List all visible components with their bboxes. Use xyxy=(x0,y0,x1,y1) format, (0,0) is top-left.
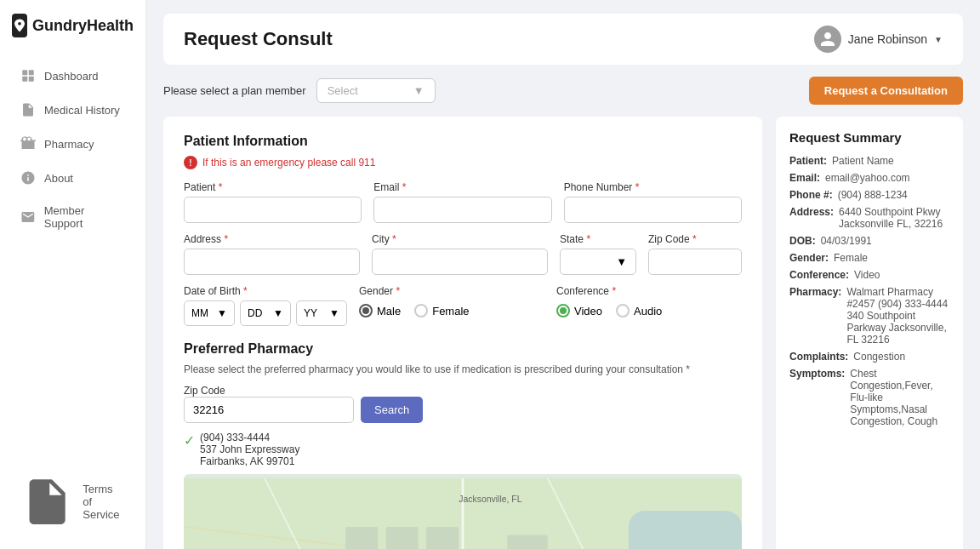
gender-male-option[interactable]: Male xyxy=(359,304,401,317)
summary-conference: Conference: Video xyxy=(789,269,949,281)
svg-rect-0 xyxy=(22,70,27,75)
pharmacy-map: Jacksonville, FL Neptune Beach, FL 32266 xyxy=(184,474,742,549)
summary-symptoms-val: Chest Congestion,Fever, Flu-like Symptom… xyxy=(850,368,949,427)
dob-yy-select[interactable]: YY▼ xyxy=(296,300,347,326)
dob-label: Date of Birth * xyxy=(184,285,347,297)
zip-input[interactable] xyxy=(648,249,742,275)
pharmacy-zip-label: Zip Code xyxy=(184,385,225,397)
address-input[interactable] xyxy=(184,249,360,275)
summary-pharmacy-val: Walmart Pharmacy #2457 (904) 333-4444 34… xyxy=(846,286,949,346)
dob-dd-select[interactable]: DD▼ xyxy=(240,300,291,326)
summary-patient-key: Patient: xyxy=(789,155,827,167)
user-menu[interactable]: Jane Robinson ▼ xyxy=(814,26,943,53)
pharmacy-zip-input[interactable] xyxy=(184,397,354,423)
summary-complaints-key: Complaints: xyxy=(789,351,848,363)
zip-code-label: Zip Code * xyxy=(648,233,742,245)
conference-radio-group: Video Audio xyxy=(556,304,742,317)
app-logo: GundryHealth xyxy=(12,14,134,37)
sidebar-item-member-support[interactable]: Member Support xyxy=(7,196,139,238)
form-row-2: Address * City * State * ▼ Zip Code * xyxy=(184,233,742,275)
sidebar-item-about[interactable]: About xyxy=(7,162,139,194)
sidebar-item-medical-history[interactable]: Medical History xyxy=(7,94,139,126)
summary-complaints-val: Congestion xyxy=(853,351,905,363)
avatar xyxy=(814,26,841,53)
email-field-group: Email * xyxy=(373,181,551,223)
svg-rect-10 xyxy=(629,511,742,549)
state-select[interactable]: ▼ xyxy=(560,249,636,275)
sidebar-item-dashboard[interactable]: Dashboard xyxy=(7,60,139,92)
summary-pharmacy: Pharmacy: Walmart Pharmacy #2457 (904) 3… xyxy=(789,286,949,346)
dob-mm-select[interactable]: MM▼ xyxy=(184,300,235,326)
svg-rect-13 xyxy=(426,527,459,549)
conference-video-radio[interactable] xyxy=(556,304,570,317)
email-label: Email * xyxy=(373,181,551,193)
summary-phone-val: (904) 888-1234 xyxy=(838,189,908,201)
conference-audio-radio[interactable] xyxy=(616,304,630,317)
emergency-notice: ! If this is an emergency please call 91… xyxy=(184,156,742,169)
svg-rect-16 xyxy=(507,535,548,549)
logo-area: GundryHealth xyxy=(0,0,145,54)
sidebar: GundryHealth Dashboard Medical History P… xyxy=(0,0,146,549)
content-row: Patient Information ! If this is an emer… xyxy=(163,117,963,549)
summary-conference-val: Video xyxy=(854,269,880,281)
summary-dob-key: DOB: xyxy=(789,235,816,247)
summary-conference-key: Conference: xyxy=(789,269,849,281)
plan-select-chevron: ▼ xyxy=(413,84,424,97)
plan-select-dropdown[interactable]: Select ▼ xyxy=(316,78,436,103)
conference-audio-option[interactable]: Audio xyxy=(616,304,662,317)
conference-label: Conference * xyxy=(556,285,742,297)
pharmacy-zip-row: Search xyxy=(184,397,742,423)
summary-email-val: email@yahoo.com xyxy=(825,172,910,184)
form-row-1: Patient * Email * Phone Number * xyxy=(184,181,742,223)
summary-email: Email: email@yahoo.com xyxy=(789,172,949,184)
summary-title: Request Summary xyxy=(789,130,949,145)
address-label: Address * xyxy=(184,233,360,245)
summary-address: Address: 6440 Southpoint Pkwy Jacksonvil… xyxy=(789,206,949,230)
summary-patient: Patient: Patient Name xyxy=(789,155,949,167)
conference-video-option[interactable]: Video xyxy=(556,304,602,317)
patient-input[interactable] xyxy=(184,197,362,223)
svg-rect-3 xyxy=(29,77,34,82)
summary-symptoms: Symptoms: Chest Congestion,Fever, Flu-li… xyxy=(789,368,949,427)
sidebar-item-pharmacy[interactable]: Pharmacy xyxy=(7,128,139,160)
city-label: City * xyxy=(372,233,548,245)
pharmacy-result: ✓ (904) 333-4444 537 John Expressway Fai… xyxy=(184,432,742,467)
dob-row: MM▼ DD▼ YY▼ xyxy=(184,300,347,326)
svg-rect-2 xyxy=(22,77,27,82)
logo-icon xyxy=(12,14,27,37)
city-field-group: City * xyxy=(372,233,548,275)
city-input[interactable] xyxy=(372,249,548,275)
conference-field-group: Conference * Video Audio xyxy=(556,285,742,326)
form-panel: Patient Information ! If this is an emer… xyxy=(163,117,762,549)
user-name: Jane Robinson xyxy=(848,32,927,46)
page-title: Request Consult xyxy=(184,28,333,50)
pharmacy-description: Please select the preferred pharmacy you… xyxy=(184,363,742,375)
request-consultation-button[interactable]: Request a Consultation xyxy=(809,77,963,105)
patient-info-title: Patient Information xyxy=(184,134,742,149)
pharmacy-result-address: 537 John Expressway xyxy=(200,443,299,455)
plan-selector-row: Please select a plan member Select ▼ Req… xyxy=(163,77,963,105)
state-field-group: State * ▼ xyxy=(560,233,636,275)
summary-address-val: 6440 Southpoint Pkwy Jacksonville FL, 32… xyxy=(839,206,949,230)
gender-male-radio[interactable] xyxy=(359,304,373,317)
summary-dob-val: 04/03/1991 xyxy=(821,235,872,247)
pharmacy-section-title: Preferred Pharmacy xyxy=(184,341,742,357)
summary-gender: Gender: Female xyxy=(789,252,949,264)
request-summary-panel: Request Summary Patient: Patient Name Em… xyxy=(776,117,963,549)
gender-radio-group: Male Female xyxy=(359,304,544,317)
email-input[interactable] xyxy=(373,197,551,223)
pharmacy-search-button[interactable]: Search xyxy=(361,397,423,423)
plan-left: Please select a plan member Select ▼ xyxy=(163,78,436,103)
gender-female-option[interactable]: Female xyxy=(414,304,469,317)
summary-email-key: Email: xyxy=(789,172,820,184)
dob-field-group: Date of Birth * MM▼ DD▼ YY▼ xyxy=(184,285,347,326)
plan-select-placeholder: Select xyxy=(328,84,358,97)
sidebar-item-terms[interactable]: Terms of Service xyxy=(7,466,139,537)
phone-input[interactable] xyxy=(564,197,742,223)
preferred-pharmacy-section: Preferred Pharmacy Please select the pre… xyxy=(184,341,742,549)
sidebar-footer: Terms of Service xyxy=(0,458,145,549)
state-label: State * xyxy=(560,233,636,245)
summary-phone: Phone #: (904) 888-1234 xyxy=(789,189,949,201)
gender-female-radio[interactable] xyxy=(414,304,428,317)
svg-rect-1 xyxy=(29,70,34,75)
